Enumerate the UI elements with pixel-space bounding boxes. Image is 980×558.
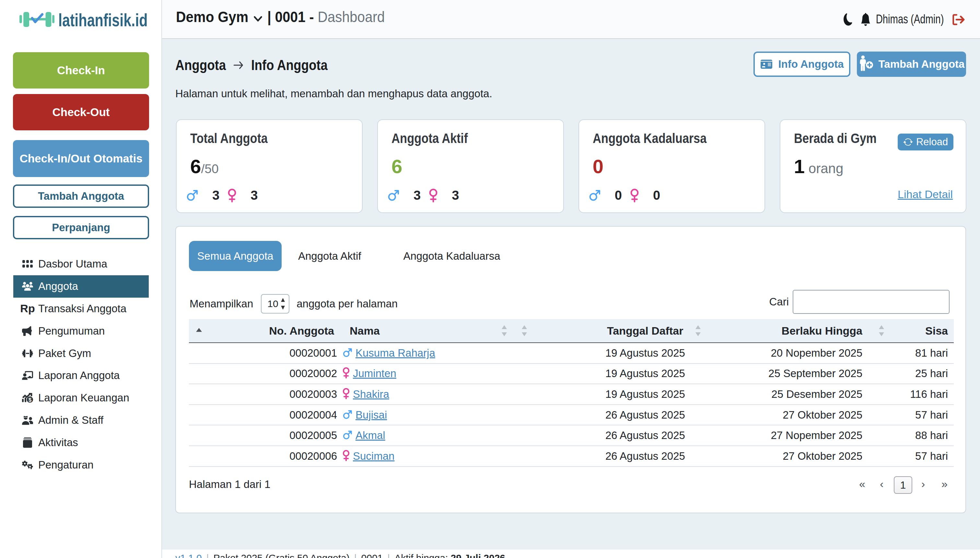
svg-text:$: $ — [28, 397, 32, 403]
